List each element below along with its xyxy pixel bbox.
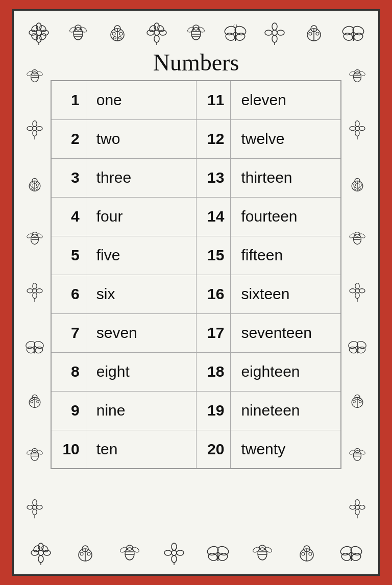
svg-point-185 xyxy=(172,550,177,555)
svg-point-178 xyxy=(87,552,90,555)
word-cell2: sixteen xyxy=(231,275,341,313)
svg-point-75 xyxy=(31,184,33,186)
svg-point-3 xyxy=(29,30,36,35)
number-cell: 7 xyxy=(51,313,86,352)
svg-point-10 xyxy=(74,28,83,40)
svg-point-142 xyxy=(359,289,365,293)
number-cell2: 14 xyxy=(196,197,231,236)
svg-point-23 xyxy=(118,36,121,39)
butterfly-icon-top1 xyxy=(223,20,248,45)
svg-point-27 xyxy=(147,30,154,35)
svg-point-177 xyxy=(80,552,83,555)
svg-point-161 xyxy=(355,500,359,506)
butterfly-bottom1 xyxy=(206,541,230,565)
svg-point-24 xyxy=(154,30,159,35)
svg-point-99 xyxy=(31,400,33,403)
svg-point-111 xyxy=(36,505,42,509)
butterfly-left1 xyxy=(24,336,45,357)
flower-icon xyxy=(27,20,51,45)
ladybug-right1 xyxy=(347,174,368,194)
word-cell2: twelve xyxy=(231,119,341,158)
bee-right2 xyxy=(347,228,368,249)
svg-point-187 xyxy=(172,555,177,563)
word-cell: one xyxy=(86,81,196,119)
svg-point-169 xyxy=(31,550,38,555)
svg-point-141 xyxy=(350,289,356,293)
svg-point-206 xyxy=(309,552,312,555)
number-cell2: 20 xyxy=(196,430,231,469)
bee-icon-top1 xyxy=(66,20,90,45)
content-area: Numbers 1 one 11 eleven 2 two 12 twelve … xyxy=(19,49,373,536)
svg-point-47 xyxy=(265,30,272,35)
border-top xyxy=(19,16,373,49)
bee-bottom2 xyxy=(250,541,275,565)
svg-point-44 xyxy=(272,30,277,35)
svg-point-140 xyxy=(355,292,359,299)
svg-point-20 xyxy=(112,32,115,35)
svg-point-139 xyxy=(355,283,359,289)
ladybug-right2 xyxy=(347,391,368,411)
number-cell: 2 xyxy=(51,119,86,158)
svg-point-69 xyxy=(27,127,33,131)
svg-point-110 xyxy=(27,505,33,509)
ladybug-bottom1 xyxy=(73,541,97,565)
svg-point-78 xyxy=(36,187,38,189)
numbers-table: 1 one 11 eleven 2 two 12 twelve 3 three … xyxy=(51,80,341,469)
svg-point-32 xyxy=(191,28,201,40)
word-cell: nine xyxy=(86,391,196,430)
border-bottom xyxy=(19,536,373,569)
svg-point-29 xyxy=(148,24,157,33)
table-row: 4 four 14 fourteen xyxy=(51,197,341,236)
svg-point-205 xyxy=(302,552,305,555)
svg-point-167 xyxy=(38,543,43,550)
butterfly-icon-top2 xyxy=(341,20,365,45)
word-cell2: thirteen xyxy=(231,158,341,197)
svg-point-70 xyxy=(36,127,42,131)
bee-left1 xyxy=(24,66,45,86)
flower-right2 xyxy=(347,282,368,303)
word-cell2: eleven xyxy=(231,81,341,119)
flower-left2 xyxy=(24,282,45,303)
number-cell: 5 xyxy=(51,236,86,275)
border-right xyxy=(341,49,373,536)
svg-point-8 xyxy=(38,32,47,41)
svg-point-129 xyxy=(359,184,361,186)
word-cell: three xyxy=(86,158,196,197)
number-cell: 10 xyxy=(51,430,86,469)
svg-point-15 xyxy=(69,26,77,33)
number-cell: 6 xyxy=(51,275,86,313)
svg-point-54 xyxy=(316,32,319,35)
word-cell: four xyxy=(86,197,196,236)
border-left xyxy=(19,49,51,536)
svg-point-188 xyxy=(164,550,172,555)
svg-point-89 xyxy=(36,289,42,293)
svg-point-170 xyxy=(43,550,51,555)
svg-point-186 xyxy=(172,543,177,550)
word-cell2: fifteen xyxy=(231,236,341,275)
svg-point-4 xyxy=(41,30,48,35)
flower-icon-top2 xyxy=(144,20,169,45)
svg-point-6 xyxy=(38,24,47,33)
table-row: 10 ten 20 twenty xyxy=(51,430,341,469)
number-cell2: 13 xyxy=(196,158,231,197)
svg-point-26 xyxy=(154,35,159,42)
butterfly-right1 xyxy=(347,336,368,357)
page-title: Numbers xyxy=(153,49,239,76)
svg-point-162 xyxy=(355,509,359,515)
svg-point-108 xyxy=(33,500,37,506)
flower-right3 xyxy=(347,499,368,519)
svg-point-68 xyxy=(33,130,37,136)
word-cell2: fourteen xyxy=(231,197,341,236)
svg-point-1 xyxy=(36,23,41,30)
ladybug-bottom2 xyxy=(295,541,319,565)
number-cell2: 17 xyxy=(196,313,231,352)
table-row: 8 eight 18 eighteen xyxy=(51,352,341,391)
svg-point-30 xyxy=(156,24,165,33)
flower-bottom2 xyxy=(162,541,186,565)
bee-icon-top2 xyxy=(184,20,208,45)
ladybug-icon-top2 xyxy=(302,20,326,45)
svg-point-131 xyxy=(358,187,360,189)
bee-right1 xyxy=(347,66,368,86)
number-cell2: 11 xyxy=(196,81,231,119)
svg-point-0 xyxy=(36,30,41,35)
